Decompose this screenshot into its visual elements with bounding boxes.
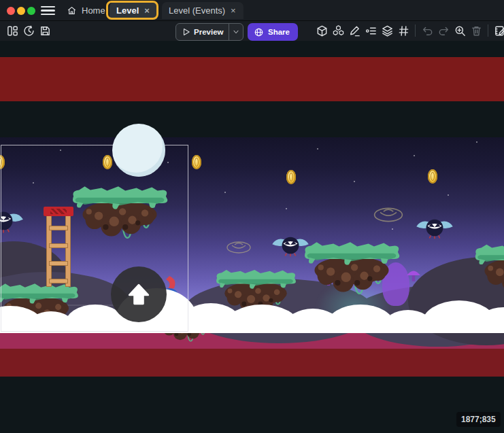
jump-touch-button[interactable] bbox=[111, 266, 167, 322]
undo-icon[interactable] bbox=[420, 22, 435, 39]
project-manager-icon[interactable] bbox=[5, 22, 20, 39]
ladder[interactable] bbox=[45, 207, 72, 287]
floating-island[interactable] bbox=[0, 279, 80, 337]
coin[interactable] bbox=[103, 155, 112, 169]
hamburger-menu-icon[interactable] bbox=[41, 6, 55, 15]
traffic-light-minimize[interactable] bbox=[17, 7, 25, 15]
bat-enemy[interactable] bbox=[0, 207, 24, 238]
save-icon[interactable] bbox=[37, 22, 52, 39]
preview-button[interactable]: Preview bbox=[175, 23, 243, 41]
fog-streak bbox=[286, 314, 449, 315]
star bbox=[224, 192, 226, 193]
instances-list-icon[interactable] bbox=[363, 22, 378, 39]
home-icon bbox=[67, 5, 77, 16]
share-button[interactable]: Share bbox=[248, 23, 298, 41]
history-icon[interactable] bbox=[21, 22, 36, 39]
play-icon bbox=[182, 27, 191, 37]
toolbar-divider bbox=[415, 24, 416, 37]
mushroom bbox=[405, 266, 422, 283]
layers-icon[interactable] bbox=[380, 22, 394, 39]
floating-island[interactable] bbox=[71, 181, 169, 247]
moon bbox=[112, 124, 165, 177]
coin[interactable] bbox=[286, 170, 296, 184]
objects-cube-icon[interactable] bbox=[314, 22, 329, 39]
globe-icon bbox=[254, 27, 264, 37]
object-groups-icon[interactable] bbox=[331, 22, 346, 39]
traffic-light-close[interactable] bbox=[7, 7, 15, 15]
star bbox=[60, 150, 61, 151]
toolbar-divider bbox=[488, 24, 488, 37]
traffic-light-zoom[interactable] bbox=[27, 7, 35, 15]
top-red-band bbox=[0, 57, 504, 101]
bat-enemy[interactable] bbox=[271, 232, 310, 261]
preview-label: Preview bbox=[191, 28, 229, 36]
coin[interactable] bbox=[428, 169, 437, 184]
star bbox=[392, 228, 393, 230]
swirl-decoration bbox=[373, 207, 404, 223]
floating-island[interactable] bbox=[214, 265, 298, 321]
preview-dropdown[interactable] bbox=[229, 24, 243, 40]
floating-island[interactable] bbox=[473, 235, 504, 306]
chevron-down-icon bbox=[232, 28, 240, 36]
cursor-coordinates: 1877;835 bbox=[456, 412, 501, 427]
arrow-up-icon bbox=[124, 279, 154, 309]
bat-enemy[interactable] bbox=[415, 215, 454, 243]
tab-home[interactable]: Home bbox=[60, 2, 112, 19]
bottom-dark-red-band bbox=[0, 349, 504, 377]
star bbox=[354, 181, 355, 182]
share-label: Share bbox=[268, 28, 290, 36]
tab-level-events[interactable]: Level (Events) × bbox=[162, 2, 243, 19]
scene-editor-canvas[interactable] bbox=[0, 41, 504, 433]
coin[interactable] bbox=[192, 155, 201, 169]
delete-icon[interactable] bbox=[469, 22, 484, 39]
zoom-in-icon[interactable] bbox=[452, 22, 467, 39]
swirl-decoration bbox=[226, 241, 252, 254]
tab-level-label: Level bbox=[116, 5, 139, 16]
gdevelop-window: Home Level × Level (Events) × Previ bbox=[0, 0, 504, 433]
star bbox=[286, 208, 287, 209]
toolbar: Preview Share bbox=[0, 21, 504, 41]
star bbox=[317, 148, 318, 150]
star bbox=[33, 182, 34, 184]
star bbox=[476, 141, 477, 143]
close-tab-icon[interactable]: × bbox=[230, 5, 237, 16]
tab-level[interactable]: Level × bbox=[110, 2, 157, 19]
floating-island[interactable] bbox=[303, 237, 401, 303]
tab-home-label: Home bbox=[82, 5, 105, 16]
edit-scene-icon[interactable] bbox=[492, 22, 504, 39]
star bbox=[414, 155, 415, 156]
tab-level-events-label: Level (Events) bbox=[169, 5, 225, 16]
grid-icon[interactable] bbox=[396, 22, 411, 39]
star bbox=[448, 194, 449, 196]
close-tab-icon[interactable]: × bbox=[144, 5, 150, 16]
edit-pencil-icon[interactable] bbox=[347, 22, 362, 39]
tab-bar: Home Level × Level (Events) × bbox=[0, 0, 504, 21]
star bbox=[167, 162, 169, 163]
redo-icon[interactable] bbox=[436, 22, 451, 39]
